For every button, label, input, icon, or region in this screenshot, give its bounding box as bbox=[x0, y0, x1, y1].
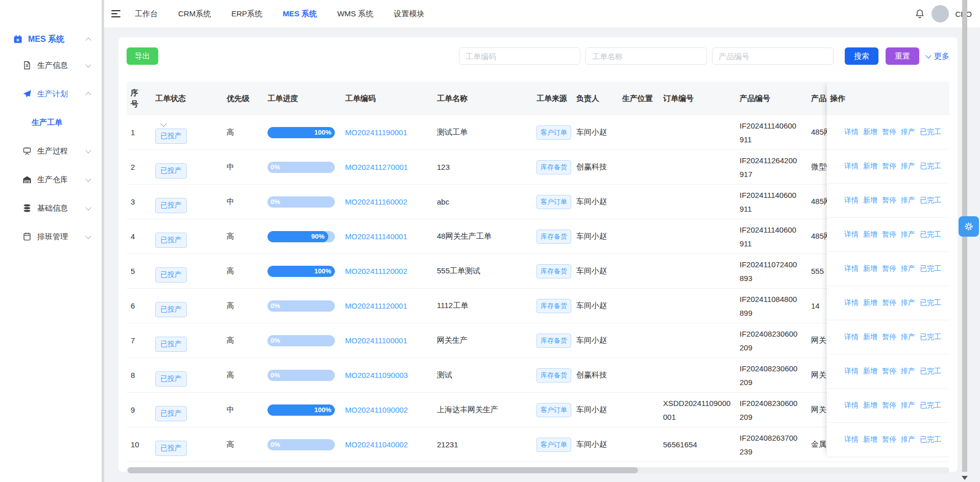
action-link-schedule[interactable]: 排产 bbox=[901, 333, 915, 342]
action-link-schedule[interactable]: 排产 bbox=[901, 264, 915, 273]
action-link-schedule[interactable]: 排产 bbox=[901, 401, 915, 410]
menu-collapse-icon[interactable] bbox=[111, 10, 120, 17]
tab-crm[interactable]: CRM系统 bbox=[178, 9, 211, 19]
row-expand-chevron-icon[interactable] bbox=[160, 120, 167, 127]
action-link-pause[interactable]: 暂停 bbox=[882, 298, 896, 308]
action-link-pause[interactable]: 暂停 bbox=[882, 230, 896, 239]
work-order-code-link[interactable]: MO202411120001 bbox=[345, 301, 407, 310]
gear-icon bbox=[964, 221, 974, 232]
tab-erp[interactable]: ERP系统 bbox=[231, 9, 262, 19]
sidebar-item-mes-root[interactable]: MES 系统 bbox=[0, 28, 102, 51]
action-link-complete[interactable]: 已完工 bbox=[920, 367, 941, 376]
sidebar-item-production-work-order[interactable]: 生产工单 bbox=[0, 108, 102, 137]
work-order-code-link[interactable]: MO202411190001 bbox=[345, 128, 407, 137]
action-link-detail[interactable]: 详情 bbox=[844, 298, 859, 308]
work-order-code-input[interactable] bbox=[459, 47, 580, 65]
status-tag: 已投产 bbox=[155, 198, 187, 213]
tab-mes[interactable]: MES 系统 bbox=[283, 9, 317, 19]
action-link-add[interactable]: 新增 bbox=[863, 196, 877, 205]
action-link-complete[interactable]: 已完工 bbox=[920, 196, 941, 205]
owner-value: 创赢科技 bbox=[576, 370, 607, 379]
action-link-pause[interactable]: 暂停 bbox=[882, 401, 896, 410]
progress-label: 0% bbox=[271, 441, 280, 448]
action-link-schedule[interactable]: 排产 bbox=[901, 298, 915, 308]
action-link-add[interactable]: 新增 bbox=[863, 264, 877, 273]
action-row: 详情新增暂停排产已完工 bbox=[827, 218, 949, 252]
action-link-complete[interactable]: 已完工 bbox=[920, 401, 941, 410]
action-link-schedule[interactable]: 排产 bbox=[901, 128, 915, 137]
work-order-code-link[interactable]: MO202411040002 bbox=[345, 440, 408, 449]
action-link-add[interactable]: 新增 bbox=[863, 367, 877, 376]
work-order-code-link[interactable]: MO202411090002 bbox=[345, 405, 408, 414]
action-link-schedule[interactable]: 排产 bbox=[901, 196, 915, 205]
action-link-detail[interactable]: 详情 bbox=[844, 401, 859, 410]
action-row: 详情新增暂停排产已完工 bbox=[827, 115, 949, 149]
table-row: 10 已投产 高 0% MO202411040002 21231 客户订单 车间… bbox=[127, 427, 949, 462]
action-link-detail[interactable]: 详情 bbox=[844, 162, 859, 171]
work-order-code-link[interactable]: MO202411100001 bbox=[345, 336, 407, 345]
action-link-complete[interactable]: 已完工 bbox=[920, 333, 941, 342]
avatar[interactable] bbox=[932, 5, 949, 22]
work-order-code-link[interactable]: MO202411090003 bbox=[345, 371, 408, 379]
action-link-add[interactable]: 新增 bbox=[863, 401, 877, 410]
product-code-input[interactable] bbox=[712, 47, 834, 65]
bell-icon[interactable] bbox=[914, 8, 925, 19]
work-order-code-link[interactable]: MO202411120002 bbox=[345, 267, 407, 275]
action-link-pause[interactable]: 暂停 bbox=[882, 367, 896, 376]
action-link-add[interactable]: 新增 bbox=[863, 162, 877, 171]
action-link-pause[interactable]: 暂停 bbox=[882, 128, 896, 137]
action-link-add[interactable]: 新增 bbox=[863, 333, 877, 342]
export-button[interactable]: 导出 bbox=[127, 47, 158, 65]
action-link-pause[interactable]: 暂停 bbox=[882, 435, 896, 444]
sidebar-item-shift-management[interactable]: 排班管理 bbox=[0, 222, 102, 251]
action-link-detail[interactable]: 详情 bbox=[844, 264, 859, 273]
sidebar-item-production-warehouse[interactable]: 生产仓库 bbox=[0, 165, 102, 194]
action-link-schedule[interactable]: 排产 bbox=[901, 230, 915, 239]
work-order-code-link[interactable]: MO202411270001 bbox=[345, 163, 408, 171]
work-order-name-input[interactable] bbox=[585, 47, 707, 65]
action-link-complete[interactable]: 已完工 bbox=[920, 230, 941, 239]
action-link-pause[interactable]: 暂停 bbox=[882, 196, 896, 205]
action-link-detail[interactable]: 详情 bbox=[844, 128, 859, 137]
sidebar-item-production-plan[interactable]: 生产计划 bbox=[0, 80, 102, 108]
horizontal-scrollbar[interactable] bbox=[127, 467, 949, 473]
action-link-pause[interactable]: 暂停 bbox=[882, 333, 896, 342]
tab-settings-module[interactable]: 设置模块 bbox=[394, 9, 425, 19]
search-button[interactable]: 搜索 bbox=[845, 47, 878, 65]
reset-button[interactable]: 重置 bbox=[886, 47, 919, 65]
action-link-schedule[interactable]: 排产 bbox=[901, 162, 915, 171]
action-link-complete[interactable]: 已完工 bbox=[920, 264, 941, 273]
action-link-detail[interactable]: 详情 bbox=[844, 333, 859, 342]
scroll-down-arrow-icon[interactable] bbox=[962, 476, 968, 480]
action-row: 详情新增暂停排产已完工 bbox=[827, 423, 949, 457]
settings-gear-button[interactable] bbox=[959, 216, 979, 237]
action-link-complete[interactable]: 已完工 bbox=[920, 128, 941, 137]
sidebar-item-production-info[interactable]: 生产信息 bbox=[0, 51, 102, 80]
action-link-add[interactable]: 新增 bbox=[863, 435, 877, 444]
action-link-detail[interactable]: 详情 bbox=[844, 196, 859, 205]
action-link-detail[interactable]: 详情 bbox=[844, 435, 859, 444]
action-link-detail[interactable]: 详情 bbox=[844, 230, 859, 239]
sidebar-item-basic-info[interactable]: 基础信息 bbox=[0, 194, 102, 222]
action-link-complete[interactable]: 已完工 bbox=[920, 298, 941, 308]
more-link[interactable]: 更多 bbox=[926, 52, 949, 61]
action-link-complete[interactable]: 已完工 bbox=[920, 435, 941, 444]
action-link-detail[interactable]: 详情 bbox=[844, 367, 859, 376]
action-link-complete[interactable]: 已完工 bbox=[920, 162, 941, 171]
tab-workbench[interactable]: 工作台 bbox=[135, 9, 158, 19]
action-link-pause[interactable]: 暂停 bbox=[882, 264, 896, 273]
horizontal-scrollbar-thumb[interactable] bbox=[128, 467, 638, 473]
table-header: 序号 工单状态 优先级 工单进度 工单编码 工单名称 工单来源 负责人 生产位置… bbox=[127, 82, 949, 115]
action-link-add[interactable]: 新增 bbox=[863, 128, 877, 137]
action-link-add[interactable]: 新增 bbox=[863, 230, 877, 239]
sidebar-item-production-process[interactable]: 生产过程 bbox=[0, 137, 102, 165]
status-tag: 已投产 bbox=[155, 233, 187, 248]
action-link-schedule[interactable]: 排产 bbox=[901, 367, 915, 376]
action-link-schedule[interactable]: 排产 bbox=[901, 435, 915, 444]
tab-wms[interactable]: WMS 系统 bbox=[337, 9, 374, 19]
work-order-code-link[interactable]: MO202411160002 bbox=[345, 197, 407, 206]
action-link-pause[interactable]: 暂停 bbox=[882, 162, 896, 171]
action-link-add[interactable]: 新增 bbox=[863, 298, 877, 308]
progress-label: 0% bbox=[271, 302, 280, 310]
work-order-code-link[interactable]: MO202411140001 bbox=[345, 232, 407, 241]
